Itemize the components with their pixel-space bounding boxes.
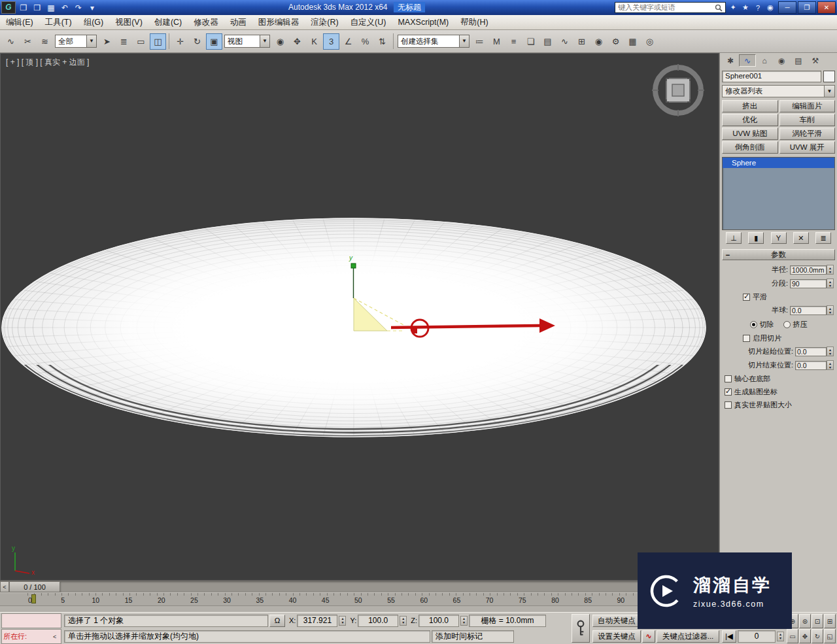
generate-mapping-coords-checkbox[interactable]	[725, 388, 732, 396]
pin-stack-icon[interactable]: ⊥	[726, 232, 742, 244]
tab-hierarchy[interactable]: ⌂	[756, 54, 773, 67]
select-object-icon[interactable]: ➤	[99, 33, 115, 50]
segments-field[interactable]: 90	[790, 279, 827, 288]
base-to-pivot-checkbox[interactable]	[725, 375, 732, 382]
percent-snap-icon[interactable]: %	[357, 33, 373, 50]
render-production-icon[interactable]: ◎	[641, 33, 658, 50]
y-coordinate-field[interactable]: 100.0	[358, 615, 398, 627]
search-icon[interactable]	[715, 4, 723, 12]
radius-field[interactable]: 1000.0mm	[790, 265, 827, 275]
selection-filter-combo[interactable]: 全部 ▼	[55, 35, 97, 48]
select-and-move-icon[interactable]: ✛	[172, 33, 188, 50]
modifier-shortcut-button[interactable]: 倒角剖面	[722, 141, 778, 154]
key-filters-button[interactable]: 关键点过滤器...	[657, 630, 719, 643]
viewport-top[interactable]: [ + ] [ 顶 ] [ 真实 + 边面 ]	[0, 53, 719, 581]
menu-item[interactable]: 图形编辑器	[252, 15, 305, 29]
quick-access-dropdown-icon[interactable]: ▾	[86, 1, 99, 14]
material-editor-icon[interactable]: ◉	[590, 33, 607, 50]
slice-to-spinner[interactable]	[827, 360, 834, 370]
modifier-shortcut-button[interactable]: UVW 贴图	[722, 127, 778, 140]
select-and-scale-icon[interactable]: ▣	[206, 33, 222, 50]
bind-to-space-warp-icon[interactable]: ≋	[37, 33, 53, 50]
search-input[interactable]: 键入关键字或短语	[615, 2, 726, 13]
track-bar[interactable]: 0510152025303540455055606570758085909510…	[0, 592, 719, 605]
stack-item[interactable]: Sphere	[723, 158, 834, 168]
redo-icon[interactable]: ↷	[72, 1, 85, 14]
tab-modify[interactable]: ∿	[739, 54, 756, 67]
infocenter-help-icon[interactable]: ?	[752, 1, 764, 14]
communication-center-icon[interactable]: ◉	[764, 1, 776, 14]
edit-named-selections-icon[interactable]: ≔	[471, 33, 488, 50]
unlink-selection-icon[interactable]: ✂	[20, 33, 36, 50]
object-color-swatch[interactable]	[823, 71, 835, 82]
menu-item[interactable]: 工具(T)	[39, 15, 78, 29]
angle-snap-icon[interactable]: ∠	[340, 33, 356, 50]
collapse-icon[interactable]: −	[723, 251, 733, 259]
menu-item[interactable]: 组(G)	[78, 15, 110, 29]
set-key-button[interactable]: 设置关键点	[592, 630, 641, 643]
tab-utilities[interactable]: ⚒	[807, 54, 824, 67]
modifier-shortcut-button[interactable]: UVW 展开	[779, 141, 836, 154]
viewcube[interactable]	[651, 63, 706, 118]
time-slider[interactable]: < 0 / 100 >	[0, 581, 719, 592]
time-slider-handle[interactable]: 0 / 100	[9, 581, 60, 592]
tab-motion[interactable]: ◉	[773, 54, 790, 67]
zoom-extents-all-icon[interactable]: ⊞	[824, 614, 836, 628]
key-tangent-button[interactable]: ∿	[642, 630, 655, 643]
tab-display[interactable]: ▤	[790, 54, 807, 67]
render-setup-icon[interactable]: ⚙	[607, 33, 624, 50]
menu-item[interactable]: 创建(C)	[148, 15, 188, 29]
manage-layers-icon[interactable]: ❏	[522, 33, 539, 50]
zoom-extents-icon[interactable]: ⊡	[811, 614, 823, 628]
zoom-all-icon[interactable]: ⊛	[799, 614, 811, 628]
app-logo[interactable]: G	[1, 1, 16, 14]
x-coordinate-field[interactable]: 317.921	[297, 615, 337, 627]
infocenter-favorites-icon[interactable]: ★	[740, 1, 751, 14]
open-file-icon[interactable]: ❒	[31, 1, 44, 14]
menu-item[interactable]: 视图(V)	[109, 15, 148, 29]
spinner-snap-icon[interactable]: ⇅	[374, 33, 390, 50]
y-spinner[interactable]	[400, 616, 407, 626]
z-coordinate-field[interactable]: 100.0	[418, 615, 459, 627]
chop-radio[interactable]	[750, 321, 757, 328]
configure-modifier-sets-icon[interactable]: ≣	[815, 232, 831, 244]
rendered-frame-icon[interactable]: ▦	[624, 33, 641, 50]
curve-editor-icon[interactable]: ∿	[556, 33, 573, 50]
orbit-icon[interactable]: ↻	[811, 629, 823, 643]
hemisphere-field[interactable]: 0.0	[790, 306, 827, 315]
snaps-toggle-icon[interactable]: 3	[323, 33, 339, 50]
gizmo-x-arrow[interactable]	[391, 326, 539, 328]
show-end-result-icon[interactable]: ▮	[748, 232, 764, 244]
pan-icon[interactable]: ✥	[799, 629, 811, 643]
maxscript-mini-listener[interactable]: 所在行: <	[0, 613, 63, 644]
smooth-checkbox[interactable]	[743, 294, 750, 301]
selection-lock-button[interactable]: Ω	[269, 615, 285, 627]
menu-item[interactable]: 自定义(U)	[345, 15, 392, 29]
maximize-viewport-icon[interactable]: ◱	[824, 629, 836, 643]
save-file-icon[interactable]: ▦	[44, 1, 58, 14]
menu-item[interactable]: 渲染(R)	[305, 15, 344, 29]
select-and-rotate-icon[interactable]: ↻	[189, 33, 205, 50]
modifier-list-dropdown[interactable]: 修改器列表 ▼	[722, 85, 835, 97]
real-world-map-size-checkbox[interactable]	[725, 401, 732, 409]
make-unique-icon[interactable]: Y	[771, 232, 787, 244]
set-key-mode-button[interactable]	[572, 614, 590, 643]
chevron-down-icon[interactable]: ▼	[824, 86, 834, 97]
use-pivot-center-icon[interactable]: ◉	[272, 33, 288, 50]
segments-spinner[interactable]	[827, 279, 834, 288]
chevron-down-icon[interactable]: ▼	[459, 35, 469, 47]
infocenter-sign-in-icon[interactable]: ✦	[727, 1, 739, 14]
add-time-tag[interactable]: 添加时间标记	[432, 630, 514, 643]
undo-icon[interactable]: ↶	[58, 1, 71, 14]
mirror-icon[interactable]: M	[488, 33, 505, 50]
chevron-down-icon[interactable]: ▼	[260, 35, 269, 47]
tab-create[interactable]: ✱	[722, 54, 739, 67]
x-spinner[interactable]	[339, 616, 346, 626]
modifier-shortcut-button[interactable]: 挤出	[722, 100, 778, 112]
modifier-shortcut-button[interactable]: 编辑面片	[779, 100, 836, 112]
menu-item[interactable]: 修改器	[188, 15, 224, 29]
time-slider-prev-button[interactable]: <	[0, 581, 9, 592]
modifier-shortcut-button[interactable]: 优化	[722, 114, 778, 126]
modifier-shortcut-button[interactable]: 涡轮平滑	[779, 127, 836, 140]
frame-spinner[interactable]	[777, 632, 784, 641]
